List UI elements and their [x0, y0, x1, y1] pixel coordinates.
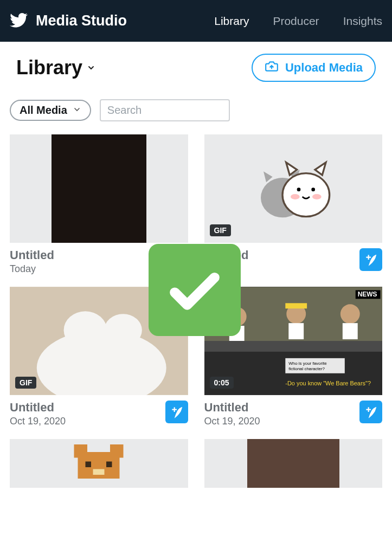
- compose-tweet-button[interactable]: [165, 401, 188, 423]
- upload-media-button[interactable]: Upload Media: [252, 54, 376, 82]
- svg-point-11: [104, 314, 142, 346]
- svg-rect-34: [110, 444, 124, 458]
- media-card[interactable]: [204, 439, 383, 488]
- page-title: Library: [16, 56, 82, 79]
- svg-point-23: [340, 304, 359, 324]
- brand-title: Media Studio: [36, 12, 127, 29]
- svg-text:-Do you know "We Bare Bears"?: -Do you know "We Bare Bears"?: [285, 380, 371, 386]
- chevron-down-icon: [87, 63, 95, 72]
- compose-tweet-button[interactable]: [359, 401, 382, 423]
- media-thumbnail[interactable]: [10, 439, 188, 488]
- svg-point-1: [282, 173, 330, 217]
- compose-icon: [170, 405, 184, 419]
- media-thumbnail[interactable]: GIF: [204, 134, 383, 243]
- svg-point-4: [291, 194, 300, 199]
- svg-point-2: [297, 188, 300, 191]
- gif-badge: GIF: [15, 377, 36, 389]
- svg-rect-36: [106, 462, 112, 468]
- compose-icon: [364, 253, 378, 267]
- compose-tweet-button[interactable]: [359, 248, 382, 271]
- twitter-bird-icon: [10, 11, 28, 31]
- media-title: Untitled: [204, 401, 260, 415]
- svg-rect-33: [74, 444, 88, 458]
- media-title: Untitled: [10, 248, 54, 262]
- media-thumbnail[interactable]: [10, 134, 188, 243]
- duration-badge: 0:05: [210, 377, 234, 389]
- svg-point-10: [64, 311, 107, 349]
- nav-links: Library Producer Insights: [214, 15, 382, 28]
- svg-text:NEWS: NEWS: [357, 291, 377, 298]
- toolbar: All Media: [0, 89, 392, 127]
- svg-point-3: [311, 188, 315, 191]
- upload-media-label: Upload Media: [285, 61, 363, 75]
- gif-badge: GIF: [210, 224, 231, 236]
- media-date: Today: [10, 263, 54, 275]
- success-check-overlay: [149, 244, 241, 336]
- nav-library[interactable]: Library: [214, 15, 249, 28]
- brand: Media Studio: [10, 11, 127, 31]
- image-placeholder: [52, 134, 146, 243]
- svg-rect-21: [288, 323, 304, 339]
- nav-insights[interactable]: Insights: [343, 15, 382, 28]
- svg-text:fictional character?: fictional character?: [288, 366, 325, 371]
- image-placeholder: [247, 148, 339, 229]
- image-placeholder: [69, 444, 128, 482]
- nav-producer[interactable]: Producer: [273, 15, 319, 28]
- media-card[interactable]: [10, 439, 188, 488]
- svg-rect-35: [86, 462, 92, 468]
- checkmark-icon: [165, 260, 224, 320]
- camera-upload-icon: [265, 59, 279, 76]
- svg-text:Who is your favorite: Who is your favorite: [288, 361, 327, 366]
- media-date: Oct 19, 2020: [10, 416, 66, 427]
- media-thumbnail[interactable]: [204, 439, 383, 488]
- media-date: Oct 19, 2020: [204, 416, 260, 427]
- svg-point-5: [312, 194, 322, 199]
- compose-icon: [364, 405, 378, 419]
- svg-rect-22: [285, 303, 307, 308]
- media-title: Untitled: [10, 401, 66, 415]
- top-nav: Media Studio Library Producer Insights: [0, 0, 392, 42]
- image-placeholder: [247, 439, 339, 488]
- svg-rect-24: [342, 323, 357, 339]
- filter-all-media[interactable]: All Media: [10, 100, 91, 121]
- chevron-down-icon: [73, 104, 81, 117]
- svg-rect-37: [93, 469, 105, 475]
- page-title-dropdown[interactable]: Library: [16, 56, 95, 79]
- page-header: Library Upload Media: [0, 42, 392, 89]
- search-input[interactable]: [100, 99, 230, 121]
- filter-label: All Media: [20, 104, 67, 117]
